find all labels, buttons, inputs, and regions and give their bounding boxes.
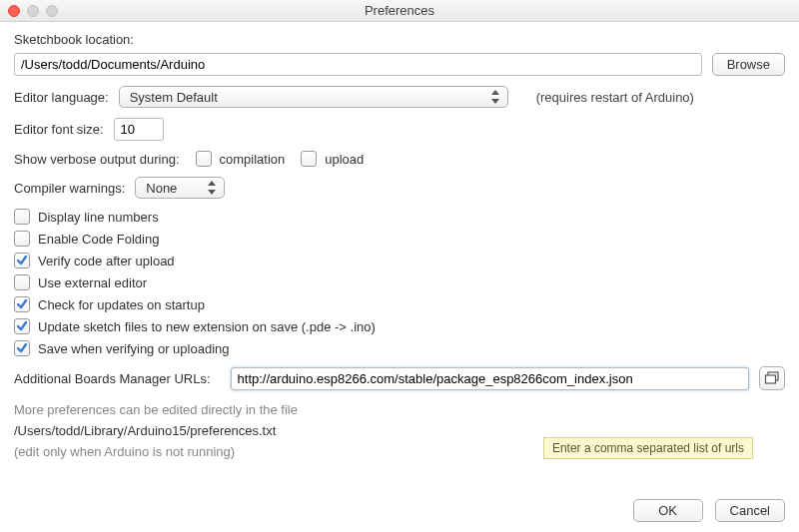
more-prefs-line1: More preferences can be edited directly … xyxy=(14,400,785,421)
verbose-compilation-checkbox[interactable] xyxy=(196,151,212,167)
svg-rect-1 xyxy=(766,375,776,383)
minimize-window-button xyxy=(27,5,39,17)
window-title: Preferences xyxy=(0,3,799,18)
option-checkbox[interactable] xyxy=(14,253,30,268)
editor-language-label: Editor language: xyxy=(14,90,109,105)
close-window-button[interactable] xyxy=(8,5,20,17)
option-checkbox[interactable] xyxy=(14,318,30,334)
editor-language-selected: System Default xyxy=(130,90,218,105)
verbose-compilation-label: compilation xyxy=(220,152,286,167)
compiler-warnings-label: Compiler warnings: xyxy=(14,181,125,196)
option-row: Enable Code Folding xyxy=(14,231,785,247)
option-label: Update sketch files to new extension on … xyxy=(38,319,376,334)
editor-language-select[interactable]: System Default xyxy=(119,86,508,108)
verbose-upload-label: upload xyxy=(325,152,364,167)
compiler-warnings-selected: None xyxy=(146,181,177,196)
updown-icon xyxy=(489,89,501,105)
sketchbook-location-input[interactable] xyxy=(14,53,702,76)
option-checkbox[interactable] xyxy=(14,231,30,247)
cancel-button[interactable]: Cancel xyxy=(715,499,785,522)
option-checkbox[interactable] xyxy=(14,296,30,312)
window-stack-icon xyxy=(764,371,780,385)
titlebar: Preferences xyxy=(0,0,799,22)
option-label: Use external editor xyxy=(38,275,147,290)
traffic-lights xyxy=(8,5,58,17)
editor-language-hint: (requires restart of Arduino) xyxy=(536,90,694,105)
option-label: Save when verifying or uploading xyxy=(38,341,230,356)
option-label: Check for updates on startup xyxy=(38,297,205,312)
option-checkbox[interactable] xyxy=(14,209,30,225)
boards-urls-label: Additional Boards Manager URLs: xyxy=(14,371,211,386)
zoom-window-button xyxy=(46,5,58,17)
ok-button[interactable]: OK xyxy=(633,499,703,522)
updown-icon xyxy=(206,180,218,196)
compiler-warnings-select[interactable]: None xyxy=(135,177,225,199)
option-label: Enable Code Folding xyxy=(38,232,159,247)
browse-button[interactable]: Browse xyxy=(712,53,785,76)
option-row: Update sketch files to new extension on … xyxy=(14,318,785,334)
option-row: Save when verifying or uploading xyxy=(14,340,785,356)
option-checkbox[interactable] xyxy=(14,274,30,290)
option-label: Verify code after upload xyxy=(38,254,175,268)
option-checkbox[interactable] xyxy=(14,340,30,356)
verbose-label: Show verbose output during: xyxy=(14,152,180,167)
boards-urls-tooltip: Enter a comma separated list of urls xyxy=(543,437,753,459)
sketchbook-location-label: Sketchbook location: xyxy=(14,32,775,47)
option-row: Display line numbers xyxy=(14,209,785,225)
font-size-label: Editor font size: xyxy=(14,122,104,137)
option-row: Verify code after upload xyxy=(14,253,785,268)
font-size-input[interactable] xyxy=(114,118,164,141)
option-label: Display line numbers xyxy=(38,210,159,225)
option-row: Check for updates on startup xyxy=(14,296,785,312)
boards-urls-expand-button[interactable] xyxy=(759,366,785,390)
verbose-upload-checkbox[interactable] xyxy=(301,151,317,167)
option-row: Use external editor xyxy=(14,274,785,290)
boards-urls-input[interactable] xyxy=(231,367,749,390)
